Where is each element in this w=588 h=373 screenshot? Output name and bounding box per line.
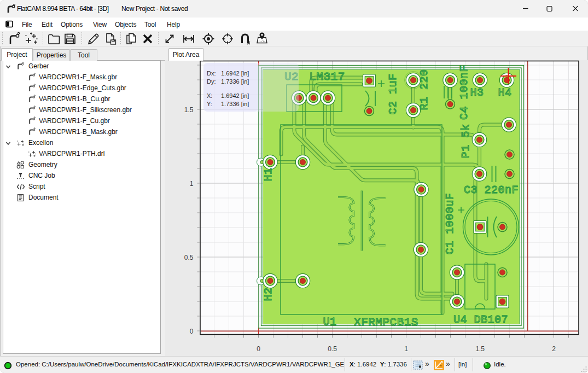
svg-text:0: 0 — [190, 328, 194, 335]
svg-text:Dx:: Dx: — [207, 70, 216, 77]
svg-text:C2 1uF: C2 1uF — [387, 73, 399, 114]
svg-text:0.5: 0.5 — [328, 345, 337, 353]
svg-text:H2: H2 — [262, 287, 275, 301]
svg-text:C4 100nF: C4 100nF — [458, 65, 470, 120]
svg-text:0: 0 — [257, 345, 260, 353]
svg-text:U4 DB107: U4 DB107 — [453, 313, 508, 326]
svg-text:1.7336 [in]: 1.7336 [in] — [221, 78, 249, 85]
svg-text:1: 1 — [404, 345, 408, 353]
svg-text:C3 220nF: C3 220nF — [464, 184, 519, 196]
svg-text:R1 220: R1 220 — [418, 69, 430, 110]
svg-text:1.6942 [in]: 1.6942 [in] — [221, 70, 249, 77]
svg-text:Y:: Y: — [207, 101, 212, 107]
svg-text:H1: H1 — [262, 167, 275, 181]
svg-text:X:: X: — [207, 92, 212, 99]
svg-text:P1 5k: P1 5k — [459, 124, 472, 159]
svg-text:LM317: LM317 — [309, 71, 345, 83]
svg-text:Dy:: Dy: — [207, 78, 216, 85]
svg-text:1.5: 1.5 — [184, 106, 194, 114]
svg-text:U1: U1 — [323, 316, 336, 328]
svg-text:H4: H4 — [498, 86, 511, 99]
svg-text:1.6942 [in]: 1.6942 [in] — [221, 92, 249, 99]
svg-text:0.5: 0.5 — [184, 254, 194, 261]
svg-text:1.7336 [in]: 1.7336 [in] — [221, 101, 249, 107]
svg-text:XFRMPCB1S: XFRMPCB1S — [354, 316, 418, 329]
svg-text:H3: H3 — [470, 86, 484, 99]
svg-text:2: 2 — [552, 345, 556, 353]
svg-text:1.5: 1.5 — [475, 345, 485, 353]
svg-text:C1 1000uF: C1 1000uF — [444, 193, 456, 255]
svg-text:1: 1 — [190, 180, 194, 188]
